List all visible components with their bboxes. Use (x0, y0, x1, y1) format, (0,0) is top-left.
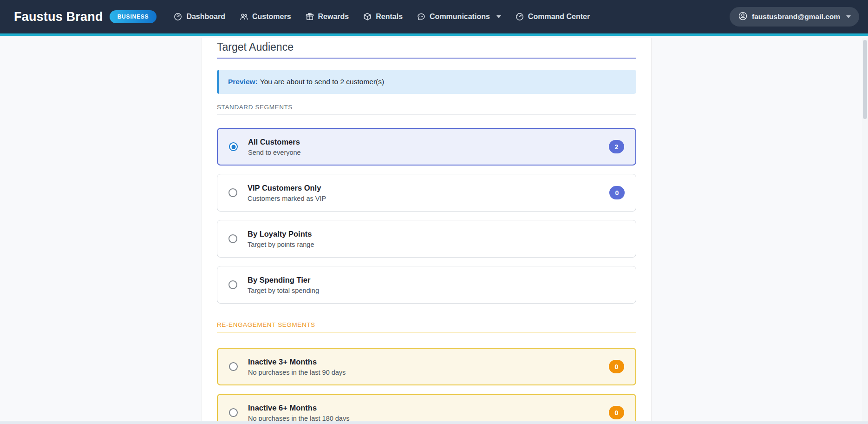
gauge-icon (515, 12, 524, 21)
brand-logo[interactable]: Faustus Brand (14, 10, 103, 24)
nav-item-label: Customers (252, 13, 291, 21)
segment-title: By Loyalty Points (248, 230, 314, 238)
standard-segments-list: All Customers Send to everyone 2 VIP Cus… (217, 128, 636, 304)
nav-links: Dashboard Customers (173, 12, 590, 21)
segment-option-all-customers[interactable]: All Customers Send to everyone 2 (217, 128, 636, 166)
count-badge: 0 (609, 406, 624, 419)
segment-option-inactive-6-months[interactable]: Inactive 6+ Months No purchases in the l… (217, 394, 636, 424)
segment-option-vip-customers[interactable]: VIP Customers Only Customers marked as V… (217, 174, 636, 212)
vertical-scrollbar[interactable] (862, 38, 868, 421)
segment-option-loyalty-points[interactable]: By Loyalty Points Target by points range (217, 220, 636, 258)
nav-item-label: Communications (430, 13, 490, 21)
preview-alert-text: You are about to send to 2 customer(s) (260, 78, 384, 86)
business-badge: BUSINESS (110, 10, 157, 23)
segment-title: Inactive 3+ Months (248, 358, 346, 366)
scrollbar-thumb[interactable] (863, 40, 867, 119)
radio-button[interactable] (229, 362, 238, 371)
chat-dots-icon (417, 12, 426, 21)
main-content: Target Audience Preview:You are about to… (202, 38, 652, 424)
gift-icon (305, 12, 314, 21)
segment-option-inactive-3-months[interactable]: Inactive 3+ Months No purchases in the l… (217, 348, 636, 385)
count-badge: 2 (609, 140, 624, 153)
chevron-down-icon (496, 15, 501, 18)
segment-option-spending-tier[interactable]: By Spending Tier Target by total spendin… (217, 266, 636, 304)
segment-title: By Spending Tier (248, 276, 319, 285)
segment-subtitle: Customers marked as VIP (248, 195, 326, 202)
box-icon (363, 12, 372, 21)
nav-item-dashboard[interactable]: Dashboard (173, 12, 225, 21)
reengagement-segments-list: Inactive 3+ Months No purchases in the l… (217, 348, 636, 424)
radio-button[interactable] (228, 280, 237, 289)
window-bottom-edge (0, 421, 868, 424)
segment-subtitle: Target by points range (248, 241, 314, 248)
speedometer-icon (173, 12, 183, 21)
segment-subtitle: Target by total spending (248, 287, 319, 294)
segment-subtitle: No purchases in the last 90 days (248, 369, 346, 376)
section-heading-reengagement-segments: RE-ENGAGEMENT SEGMENTS (217, 321, 636, 332)
preview-alert-label: Preview: (228, 78, 258, 86)
nav-item-rewards[interactable]: Rewards (305, 12, 349, 21)
segment-title: Inactive 6+ Months (248, 404, 349, 412)
nav-item-label: Rewards (318, 13, 349, 21)
nav-item-command-center[interactable]: Command Center (515, 12, 590, 21)
person-circle-icon (738, 11, 748, 23)
preview-alert: Preview:You are about to send to 2 custo… (217, 70, 636, 94)
user-account-menu[interactable]: faustusbrand@gmail.com (730, 7, 859, 26)
people-icon (239, 12, 248, 21)
nav-item-rentals[interactable]: Rentals (363, 12, 403, 21)
radio-button[interactable] (229, 408, 238, 417)
page-title: Target Audience (217, 41, 636, 59)
nav-item-customers[interactable]: Customers (239, 12, 291, 21)
count-badge: 0 (609, 360, 624, 373)
chevron-down-icon (846, 15, 851, 18)
nav-item-label: Command Center (528, 13, 590, 21)
segment-title: VIP Customers Only (248, 184, 326, 192)
user-email: faustusbrand@gmail.com (752, 13, 840, 21)
radio-button[interactable] (228, 234, 237, 243)
radio-button[interactable] (228, 188, 237, 197)
nav-item-label: Dashboard (186, 13, 225, 21)
top-navbar: Faustus Brand BUSINESS Dashboard (0, 0, 868, 36)
nav-item-label: Rentals (376, 13, 403, 21)
section-heading-standard-segments: STANDARD SEGMENTS (217, 104, 636, 115)
segment-subtitle: Send to everyone (248, 149, 301, 156)
nav-item-communications[interactable]: Communications (417, 12, 501, 21)
segment-title: All Customers (248, 138, 301, 146)
count-badge: 0 (609, 186, 625, 199)
radio-button-checked[interactable] (229, 142, 238, 151)
